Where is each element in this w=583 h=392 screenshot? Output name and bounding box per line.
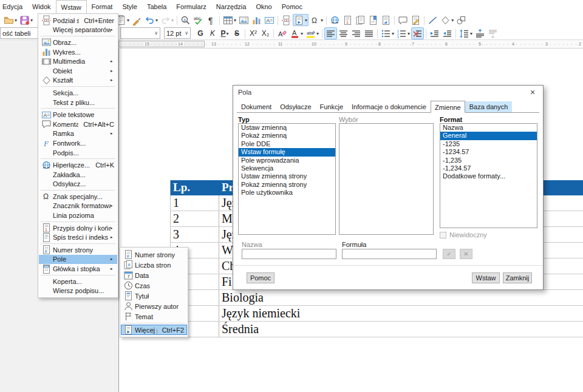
- menu-item-fontwork[interactable]: FFontwork...: [39, 138, 117, 148]
- chevron-down-icon[interactable]: ▾: [30, 18, 33, 23]
- invisible-checkbox[interactable]: Niewidoczny: [440, 231, 487, 238]
- menu-item-kształt[interactable]: Kształt▸: [39, 76, 117, 86]
- tab-dokument[interactable]: Dokument: [237, 101, 276, 112]
- insert-textbox-button[interactable]: A: [263, 14, 276, 26]
- chevron-down-icon[interactable]: ▾: [451, 18, 454, 23]
- table-row[interactable]: Średnia: [170, 322, 583, 337]
- list-item[interactable]: Wstaw formułę: [239, 148, 335, 156]
- list-item[interactable]: Nazwa: [440, 124, 537, 132]
- menu-item-więcej-pól[interactable]: Więcej pól...Ctrl+F2: [121, 325, 187, 335]
- table-cell-subject[interactable]: Biologia: [219, 290, 583, 305]
- increase-indent-button[interactable]: [428, 27, 441, 39]
- apply-formula-button[interactable]: ✓: [443, 249, 455, 259]
- tab-funkcje[interactable]: Funkcje: [316, 101, 348, 112]
- table-cell-number[interactable]: 2: [171, 211, 219, 226]
- chevron-down-icon[interactable]: ▾: [305, 18, 307, 23]
- menu-item-linia-pozioma[interactable]: Linia pozioma: [39, 211, 117, 220]
- menu-item-wiersz-podpisu[interactable]: Wiersz podpisu...: [39, 286, 117, 296]
- increase-paragraph-spacing-button[interactable]: [474, 27, 486, 39]
- font-size-combo[interactable]: 12 pt ∨: [164, 27, 191, 39]
- insert-footnote-button[interactable]: 1: [341, 14, 354, 26]
- find-and-replace-button[interactable]: a: [179, 14, 192, 26]
- chevron-down-icon[interactable]: ▾: [171, 18, 174, 23]
- menu-item-komentarz[interactable]: KomentarzCtrl+Alt+C: [39, 120, 117, 129]
- menu-item-obiekt[interactable]: Obiekt▸: [39, 66, 117, 76]
- tab-odsyłacze[interactable]: Odsyłacze: [276, 101, 315, 112]
- table-row[interactable]: Język niemiecki: [170, 306, 583, 322]
- decrease-indent-button[interactable]: [441, 27, 454, 39]
- list-item[interactable]: Pole wprowadzania: [239, 157, 335, 164]
- chevron-down-icon[interactable]: ▾: [316, 31, 319, 36]
- list-item[interactable]: -1,235: [440, 157, 537, 164]
- formatting-marks-button[interactable]: ¶: [205, 14, 217, 26]
- font-color-button[interactable]: A▾: [288, 27, 304, 39]
- menu-item-pole-tekstowe[interactable]: APole tekstowe: [39, 110, 117, 120]
- insert-line-button[interactable]: [426, 14, 439, 26]
- underline-button[interactable]: P▾: [219, 27, 231, 39]
- insert-chart-button[interactable]: [250, 14, 263, 26]
- redo-button[interactable]: ▾: [159, 14, 175, 26]
- menu-item-data[interactable]: 7Data: [121, 270, 187, 280]
- list-item[interactable]: Sekwencja: [239, 164, 335, 172]
- chevron-down-icon[interactable]: ▾: [234, 18, 236, 23]
- menu-item-znak-specjalny[interactable]: ΩZnak specjalny...: [39, 192, 117, 201]
- chevron-down-icon[interactable]: ▾: [392, 31, 394, 36]
- font-name-combo[interactable]: ∨: [120, 27, 160, 39]
- menu-item-wykres[interactable]: Wykres...: [39, 47, 117, 57]
- menubar-item-wstaw[interactable]: Wstaw: [56, 0, 87, 13]
- subscript-button[interactable]: X₂: [259, 27, 271, 39]
- insert-button[interactable]: Wstaw: [472, 272, 500, 283]
- open-button[interactable]: ▾: [2, 14, 18, 26]
- superscript-button[interactable]: X²: [247, 27, 259, 39]
- insert-image-button[interactable]: [237, 14, 250, 26]
- chevron-down-icon[interactable]: ▾: [407, 31, 410, 36]
- menu-item-obraz[interactable]: Obraz...: [39, 38, 117, 47]
- list-item[interactable]: -1235: [440, 140, 537, 148]
- help-button[interactable]: Pomoc: [247, 272, 274, 283]
- highlight-color-button[interactable]: ab▾: [304, 27, 320, 39]
- chevron-down-icon[interactable]: ▾: [127, 18, 129, 23]
- menu-item-liczba-stron[interactable]: #Liczba stron: [121, 260, 187, 270]
- clone-formatting-button[interactable]: [131, 14, 143, 26]
- line-spacing-button[interactable]: ▾: [458, 27, 474, 39]
- menubar-item-okno[interactable]: Okno: [251, 0, 276, 13]
- menubar-item-format[interactable]: Format: [87, 0, 118, 13]
- menubar-item-widok[interactable]: Widok: [27, 0, 56, 13]
- menu-item-temat[interactable]: Temat: [121, 311, 187, 322]
- menubar-item-tabela[interactable]: Tabela: [142, 0, 171, 13]
- cancel-formula-button[interactable]: ✕: [460, 249, 472, 259]
- table-header-lp[interactable]: Lp.: [171, 180, 219, 195]
- menubar-item-pomoc[interactable]: Pomoc: [277, 0, 307, 13]
- insert-special-character-button[interactable]: Ω▾: [309, 14, 324, 26]
- formula-input[interactable]: [342, 249, 437, 259]
- menu-item-zakładka[interactable]: Zakładka...: [39, 170, 117, 180]
- unordered-list-button[interactable]: ▾: [380, 27, 395, 39]
- insert-hyperlink-button[interactable]: [329, 14, 341, 26]
- nazwa-input[interactable]: [242, 249, 336, 259]
- tab-informacje-o-dokumencie[interactable]: Informacje o dokumencie: [347, 101, 431, 112]
- strikethrough-button[interactable]: S: [231, 27, 243, 39]
- menu-item-podpis[interactable]: Podpis...: [39, 148, 117, 158]
- chevron-down-icon[interactable]: ▾: [470, 31, 472, 36]
- list-item[interactable]: Pokaż zmienną strony: [239, 181, 335, 189]
- menu-item-więcej-separatorów[interactable]: Więcej separatorów▸: [39, 25, 117, 35]
- chevron-down-icon[interactable]: ▾: [155, 18, 158, 23]
- list-item[interactable]: Pokaż zmienną: [239, 132, 335, 140]
- chevron-down-icon[interactable]: ▾: [301, 31, 303, 36]
- align-right-button[interactable]: [350, 27, 363, 39]
- menu-item-główka-i-stopka[interactable]: Główka i stopka▸: [39, 264, 117, 274]
- menubar-item-narzędzia[interactable]: Narzędzia: [211, 0, 251, 13]
- menu-item-numer-strony[interactable]: #Numer strony: [121, 249, 187, 260]
- align-center-button[interactable]: [337, 27, 350, 39]
- list-item[interactable]: General: [440, 132, 537, 140]
- insert-comment-button[interactable]: [397, 14, 409, 26]
- tab-baza-danych[interactable]: Baza danych: [465, 101, 513, 112]
- show-draw-functions-button[interactable]: [455, 14, 468, 26]
- menubar-item-formularz[interactable]: Formularz: [171, 0, 211, 13]
- track-changes-button[interactable]: [409, 14, 422, 26]
- menu-item-pole[interactable]: Pole▸: [39, 255, 117, 265]
- chevron-down-icon[interactable]: ▾: [227, 31, 229, 36]
- horizontal-ruler[interactable]: 15141312111098765432: [118, 40, 583, 49]
- menu-item-multimedia[interactable]: Multimedia▸: [39, 56, 117, 66]
- table-cell-number[interactable]: 1: [171, 195, 219, 211]
